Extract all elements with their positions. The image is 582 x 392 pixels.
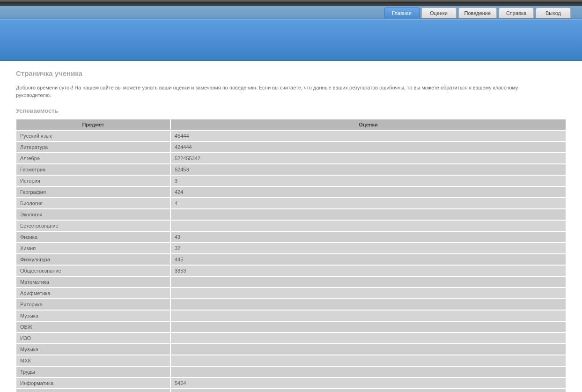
table-row: Экология <box>16 209 566 220</box>
table-row: Биология4 <box>16 198 566 209</box>
subject-cell: ОБЖ <box>16 321 170 333</box>
grades-cell: 445 <box>170 254 566 265</box>
table-row: Литература424444 <box>16 141 566 153</box>
table-row: История3 <box>16 175 566 186</box>
table-row: Математика <box>16 276 566 288</box>
table-row: Арифметика <box>16 288 566 299</box>
subject-cell: Геометрия <box>16 164 170 175</box>
table-row: Труды <box>16 366 566 377</box>
subject-cell: Труды <box>16 366 170 377</box>
subject-cell: Этика <box>16 389 170 392</box>
header: ГлавнаяОценкиПоведениеСправкаВыход <box>0 6 582 19</box>
subject-cell: История <box>16 175 170 186</box>
subject-cell: Риторика <box>16 299 170 310</box>
subject-cell: Естествознание <box>16 220 170 231</box>
subject-cell: Музыка <box>16 310 170 321</box>
grades-cell: 424444 <box>170 141 566 153</box>
subject-cell: Физкультура <box>16 254 170 265</box>
nav-tab-4[interactable]: Выход <box>536 7 571 18</box>
grades-cell: 52453 <box>170 164 566 175</box>
table-row: Геометрия52453 <box>16 164 566 175</box>
grades-cell: 45444 <box>170 130 566 141</box>
grades-cell <box>170 276 566 288</box>
grades-cell <box>170 209 566 220</box>
grades-cell <box>170 220 566 231</box>
table-row: Русский язык45444 <box>16 130 566 141</box>
nav-tab-3[interactable]: Справка <box>499 7 534 18</box>
subject-cell: Алгебра <box>16 153 170 164</box>
grades-cell <box>170 299 566 310</box>
subject-cell: Биология <box>16 198 170 209</box>
subject-cell: Обществознание <box>16 265 170 276</box>
grades-cell: 32 <box>170 243 566 254</box>
grades-cell <box>170 366 566 377</box>
grades-cell: 5454 <box>170 377 566 389</box>
subject-cell: Информатика <box>16 377 170 389</box>
nav-tab-1[interactable]: Оценки <box>421 7 457 18</box>
nav-tabs: ГлавнаяОценкиПоведениеСправкаВыход <box>0 6 582 18</box>
section-title: Успеваемость <box>16 107 566 114</box>
grades-cell <box>170 310 566 321</box>
subject-cell: Экология <box>16 209 170 220</box>
subject-cell: Физика <box>16 231 170 243</box>
subject-cell: География <box>16 186 170 198</box>
table-row: Физкультура445 <box>16 254 566 265</box>
nav-tab-2[interactable]: Поведение <box>458 7 497 18</box>
grades-cell: 3353 <box>170 265 566 276</box>
table-row: Обществознание3353 <box>16 265 566 276</box>
table-row: Риторика <box>16 299 566 310</box>
col-header-grades: Оценки <box>170 119 566 130</box>
grades-cell <box>170 321 566 333</box>
subject-cell: Литература <box>16 141 170 153</box>
grades-cell <box>170 355 566 366</box>
table-row: Алгебра522455342 <box>16 153 566 164</box>
subject-cell: ИЗО <box>16 333 170 344</box>
grades-cell <box>170 344 566 355</box>
grades-cell <box>170 333 566 344</box>
subject-cell: МХК <box>16 355 170 366</box>
content-area: Страничка ученика Доброго времени суток!… <box>0 61 582 392</box>
window-top-bar <box>0 0 582 6</box>
table-row: Химия32 <box>16 243 566 254</box>
table-row: Музыка <box>16 344 566 355</box>
grades-cell: 4 <box>170 198 566 209</box>
grades-cell: 424 <box>170 186 566 198</box>
table-row: Музыка <box>16 310 566 321</box>
table-row: МХК <box>16 355 566 366</box>
grades-cell <box>170 389 566 392</box>
table-row: Этика <box>16 389 566 392</box>
subject-cell: Математика <box>16 276 170 288</box>
table-row: География424 <box>16 186 566 198</box>
table-row: Информатика5454 <box>16 377 566 389</box>
nav-tab-0[interactable]: Главная <box>384 7 420 18</box>
page-title: Страничка ученика <box>16 69 566 77</box>
subject-cell: Музыка <box>16 344 170 355</box>
grades-cell <box>170 288 566 299</box>
grades-cell: 3 <box>170 175 566 186</box>
table-row: Естествознание <box>16 220 566 231</box>
intro-text: Доброго времени суток! На нашем сайте вы… <box>16 84 550 99</box>
grades-table: Предмет Оценки Русский язык45444Литерату… <box>16 119 566 392</box>
table-row: Физика43 <box>16 231 566 243</box>
subject-cell: Русский язык <box>16 130 170 141</box>
subject-cell: Химия <box>16 243 170 254</box>
col-header-subject: Предмет <box>16 119 170 130</box>
banner <box>0 19 582 61</box>
subject-cell: Арифметика <box>16 288 170 299</box>
table-row: ИЗО <box>16 333 566 344</box>
grades-cell: 522455342 <box>170 153 566 164</box>
grades-cell: 43 <box>170 231 566 243</box>
table-row: ОБЖ <box>16 321 566 333</box>
